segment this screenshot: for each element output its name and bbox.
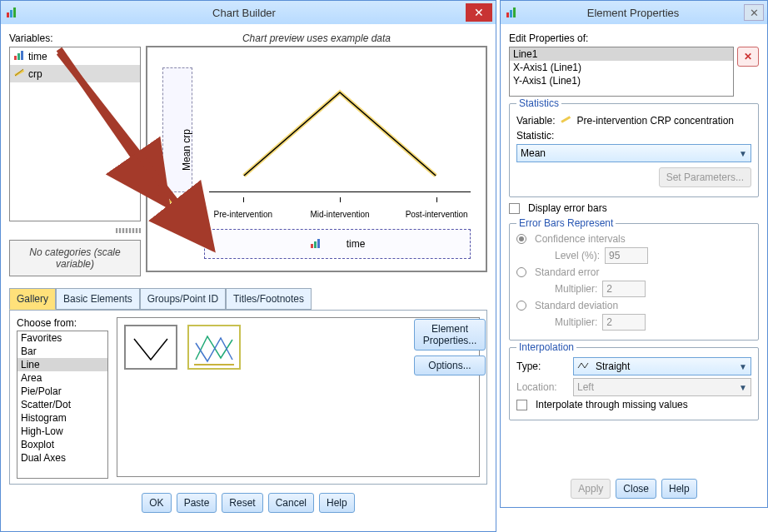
ok-button[interactable]: OK: [142, 493, 171, 513]
svg-rect-9: [311, 244, 313, 248]
tab-basic-elements[interactable]: Basic Elements: [56, 288, 140, 310]
chart-type-list[interactable]: Favorites Bar Line Area Pie/Polar Scatte…: [17, 331, 108, 479]
list-item[interactable]: Boxplot: [17, 438, 107, 451]
tab-groups-point-id[interactable]: Groups/Point ID: [140, 288, 226, 310]
element-properties-window: Element Properties ✕ Edit Properties of:…: [500, 0, 768, 508]
variable-time[interactable]: time: [10, 47, 140, 65]
help-button[interactable]: Help: [319, 493, 355, 513]
svg-rect-11: [317, 239, 320, 248]
tabs: Gallery Basic Elements Groups/Point ID T…: [9, 288, 487, 310]
list-item[interactable]: Line: [17, 358, 107, 371]
gallery-simple-line[interactable]: [124, 325, 177, 370]
statistic-value: Mean: [521, 147, 546, 159]
interp-location-combo: Left ▼: [573, 378, 751, 396]
options-button[interactable]: Options...: [414, 355, 486, 375]
list-item[interactable]: Histogram: [17, 411, 107, 425]
reset-button[interactable]: Reset: [222, 493, 262, 513]
tick-mid: Mid-intervention: [307, 210, 373, 219]
svg-rect-16: [506, 12, 509, 17]
display-error-bars-checkbox[interactable]: [509, 203, 520, 214]
se-radio: [516, 267, 526, 277]
help-button[interactable]: Help: [661, 479, 697, 499]
scale-icon: [13, 67, 25, 81]
scale-icon: [162, 196, 176, 211]
delete-element-button[interactable]: ✕: [737, 47, 759, 67]
tab-gallery[interactable]: Gallery: [9, 288, 56, 310]
list-item[interactable]: Area: [17, 371, 107, 385]
titlebar: Element Properties ✕: [501, 1, 767, 24]
variable-label: time: [28, 51, 47, 62]
variable-crp[interactable]: crp: [10, 65, 140, 82]
y-axis-label: Mean crp: [181, 129, 192, 171]
app-icon: [4, 5, 19, 20]
statistics-fieldset: Statistics Variable: Pre-intervention CR…: [509, 103, 759, 197]
list-item[interactable]: X-Axis1 (Line1): [510, 61, 733, 74]
interp-location-label: Location:: [516, 381, 568, 393]
chevron-down-icon: ▼: [739, 383, 747, 392]
no-categories-box: No categories (scale variable): [9, 240, 141, 276]
interpolation-legend: Interpolation: [516, 341, 576, 353]
error-bars-legend: Error Bars Represent: [516, 217, 616, 229]
se-mult-input: [602, 281, 646, 297]
list-item[interactable]: Y-Axis1 (Line1): [510, 74, 733, 87]
svg-rect-3: [14, 56, 17, 60]
list-item[interactable]: Pie/Polar: [17, 385, 107, 398]
chart-builder-window: Chart Builder ✕ Variables: time crp No c: [0, 0, 496, 532]
bottom-button-row: OK Paste Reset Cancel Help: [9, 493, 487, 513]
chevron-down-icon: ▼: [739, 362, 747, 371]
ci-label: Confidence intervals: [535, 233, 626, 245]
se-mult-label: Multiplier:: [555, 283, 597, 295]
ordinal-icon: [310, 237, 322, 251]
apply-button: Apply: [571, 479, 611, 499]
interp-missing-checkbox[interactable]: [516, 400, 527, 410]
variables-label: Variables:: [9, 32, 141, 44]
close-button-bottom[interactable]: Close: [616, 479, 656, 499]
element-list[interactable]: Line1 X-Axis1 (Line1) Y-Axis1 (Line1): [509, 47, 734, 97]
cancel-button[interactable]: Cancel: [268, 493, 314, 513]
sd-radio: [516, 301, 526, 311]
scale-icon: [560, 113, 571, 127]
display-error-bars-label: Display error bars: [528, 202, 607, 214]
list-item[interactable]: Line1: [510, 47, 733, 61]
se-label: Standard error: [535, 266, 599, 278]
close-button[interactable]: ✕: [466, 3, 492, 22]
list-item[interactable]: Dual Axes: [17, 451, 107, 465]
plot-area: Pre-intervention Mid-intervention Post-i…: [209, 67, 471, 217]
variable-label: crp: [28, 68, 42, 80]
interp-type-value: Straight: [596, 360, 630, 372]
ordinal-icon: [13, 49, 25, 63]
titlebar: Chart Builder ✕: [1, 1, 496, 24]
app-icon: [504, 5, 519, 20]
chart-preview: Mean crp Pre-intervention: [146, 46, 487, 272]
sd-mult-label: Multiplier:: [555, 316, 597, 328]
statistic-combo[interactable]: Mean ▼: [516, 144, 751, 162]
svg-rect-2: [13, 7, 16, 17]
svg-rect-8: [163, 197, 175, 206]
ci-level-label: Level (%):: [555, 250, 600, 261]
interp-type-label: Type:: [516, 360, 568, 372]
list-item[interactable]: High-Low: [17, 425, 107, 438]
splitter-handle[interactable]: [116, 228, 141, 233]
interp-missing-label: Interpolate through missing values: [536, 399, 688, 410]
svg-rect-10: [314, 241, 317, 248]
close-button[interactable]: ✕: [744, 4, 764, 21]
list-item[interactable]: Favorites: [17, 331, 107, 345]
statistic-label: Statistic:: [516, 130, 554, 142]
variables-list[interactable]: time crp: [9, 47, 141, 221]
variable-label: Variable:: [516, 115, 555, 127]
svg-rect-5: [21, 51, 23, 60]
interp-type-combo[interactable]: Straight ▼: [573, 357, 751, 375]
error-bars-fieldset: Error Bars Represent Confidence interval…: [509, 223, 759, 341]
element-properties-button[interactable]: Element Properties...: [414, 319, 486, 351]
list-item[interactable]: Bar: [17, 345, 107, 358]
paste-button[interactable]: Paste: [177, 493, 217, 513]
tab-titles-footnotes[interactable]: Titles/Footnotes: [226, 288, 312, 310]
gallery-multi-line[interactable]: [187, 325, 241, 370]
statistics-legend: Statistics: [516, 97, 561, 109]
x-axis-dropzone[interactable]: time: [204, 229, 471, 259]
list-item[interactable]: Scatter/Dot: [17, 398, 107, 411]
svg-rect-1: [10, 10, 12, 17]
chevron-down-icon: ▼: [739, 149, 747, 158]
set-parameters-button: Set Parameters...: [659, 167, 751, 187]
ci-radio: [516, 234, 526, 244]
